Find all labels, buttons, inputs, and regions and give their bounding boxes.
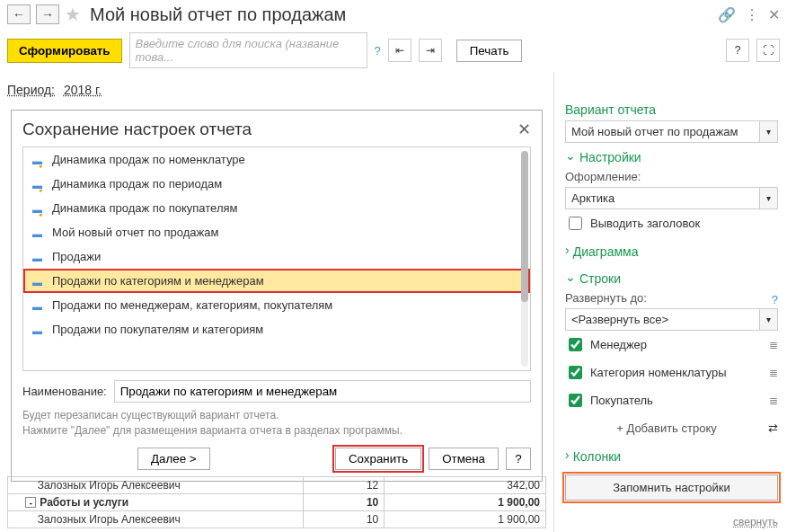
manager-checkbox[interactable]: Менеджер ≣	[565, 335, 778, 354]
nav-back-button[interactable]: ←	[7, 4, 31, 24]
fullscreen-button[interactable]: ⛶	[756, 39, 780, 62]
kebab-menu-icon[interactable]: ⋮	[745, 6, 759, 23]
design-combo-dropdown-icon[interactable]: ▾	[760, 187, 778, 209]
show-title-checkbox[interactable]: Выводить заголовок	[565, 214, 778, 233]
list-item-label: Динамика продаж по номенклатуре	[52, 153, 245, 166]
manager-settings-icon[interactable]: ≣	[769, 339, 778, 351]
save-settings-dialog: Сохранение настроек отчета ✕ Динамика пр…	[11, 110, 543, 482]
toolbar: Сформировать Введите слово для поиска (н…	[0, 29, 787, 72]
add-row-button[interactable]: + Добавить строку ⇄	[565, 421, 778, 435]
list-item-label: Мой новый отчет по продажам	[52, 226, 218, 239]
variant-list: Динамика продаж по номенклатуреДинамика …	[22, 146, 531, 371]
report-variant-icon	[32, 204, 45, 213]
help-button[interactable]: ?	[726, 39, 749, 62]
diagram-section-toggle[interactable]: Диаграмма	[565, 244, 778, 259]
expand-combo[interactable]: <Развернуть все>	[565, 308, 760, 331]
tree-toggle-icon[interactable]: -	[25, 497, 36, 508]
list-scrollbar[interactable]	[521, 151, 528, 367]
rows-section-toggle[interactable]: Строки	[565, 271, 778, 286]
search-input[interactable]: Введите слово для поиска (название това.…	[129, 32, 367, 68]
next-button[interactable]: Далее >	[137, 448, 210, 470]
table-row[interactable]: Залозных Игорь Алексеевич101 900,00	[8, 511, 546, 528]
list-item[interactable]: Динамика продаж по номенклатуре	[23, 147, 530, 172]
report-variant-icon	[32, 301, 45, 310]
table-row[interactable]: Залозных Игорь Алексеевич12342,00	[8, 477, 546, 494]
list-item-label: Продажи по категориям и менеджерам	[52, 274, 264, 288]
indent-increase-button[interactable]: ⇥	[419, 39, 442, 62]
list-item-label: Продажи	[52, 250, 101, 263]
list-item[interactable]: Продажи по покупателям и категориям	[23, 317, 530, 341]
main-area: Период: 2018 г. Сохранение настроек отче…	[0, 72, 553, 532]
generate-button[interactable]: Сформировать	[7, 39, 122, 63]
variant-combo-dropdown-icon[interactable]: ▾	[760, 120, 778, 143]
dialog-close-icon[interactable]: ✕	[517, 120, 531, 139]
list-item[interactable]: Продажи	[23, 244, 530, 269]
report-table: Залозных Игорь Алексеевич12342,00 -Работ…	[7, 476, 546, 528]
buyer-settings-icon[interactable]: ≣	[769, 395, 778, 407]
expand-label: Развернуть до:	[565, 291, 647, 305]
name-label: Наименование:	[22, 385, 107, 398]
design-label: Оформление:	[565, 170, 778, 183]
report-variant-icon	[32, 155, 45, 164]
list-item-label: Продажи по покупателям и категориям	[52, 323, 263, 336]
variant-section-label: Вариант отчета	[565, 102, 778, 117]
list-item[interactable]: Мой новый отчет по продажам	[23, 220, 530, 244]
list-item-label: Динамика продаж по покупателям	[52, 201, 237, 215]
name-input[interactable]	[114, 380, 531, 403]
link-icon[interactable]: 🔗	[718, 6, 736, 23]
expand-help-icon[interactable]: ?	[772, 293, 778, 306]
dialog-help-button[interactable]: ?	[506, 448, 531, 470]
list-item[interactable]: Динамика продаж по периодам	[23, 172, 530, 196]
remember-settings-button[interactable]: Запомнить настройки	[565, 474, 778, 501]
list-item-label: Динамика продаж по периодам	[52, 177, 222, 191]
variant-combo[interactable]: Мой новый отчет по продажам	[565, 120, 760, 143]
settings-panel: Вариант отчета Мой новый отчет по продаж…	[553, 72, 787, 532]
report-variant-icon	[32, 228, 45, 237]
close-window-icon[interactable]: ✕	[768, 6, 780, 23]
print-button[interactable]: Печать	[456, 40, 523, 62]
cancel-button[interactable]: Отмена	[429, 448, 499, 470]
list-item-label: Продажи по менеджерам, категориям, покуп…	[52, 298, 332, 312]
report-variant-icon	[32, 277, 45, 286]
category-checkbox[interactable]: Категория номенклатуры ≣	[565, 363, 778, 382]
settings-section-toggle[interactable]: Настройки	[565, 150, 778, 164]
favorite-star-icon[interactable]: ★	[65, 4, 81, 25]
list-item[interactable]: Продажи по менеджерам, категориям, покуп…	[23, 293, 530, 317]
columns-section-toggle[interactable]: Колонки	[565, 449, 778, 464]
title-bar: ← → ★ Мой новый отчет по продажам 🔗 ⋮ ✕	[0, 0, 787, 29]
period-field[interactable]: Период: 2018 г.	[7, 83, 546, 97]
report-variant-icon	[32, 325, 45, 334]
search-help-icon[interactable]: ?	[375, 44, 381, 58]
nav-forward-button[interactable]: →	[36, 4, 59, 24]
category-settings-icon[interactable]: ≣	[769, 367, 778, 379]
shuffle-icon[interactable]: ⇄	[768, 421, 778, 435]
collapse-panel-link[interactable]: свернуть	[733, 516, 778, 528]
list-item[interactable]: Динамика продаж по покупателям	[23, 196, 530, 220]
indent-decrease-button[interactable]: ⇤	[388, 39, 411, 62]
page-title: Мой новый отчет по продажам	[86, 4, 346, 25]
report-variant-icon	[32, 253, 45, 262]
list-item[interactable]: Продажи по категориям и менеджерам	[23, 269, 530, 293]
dialog-hint: Будет перезаписан существующий вариант о…	[22, 408, 531, 439]
expand-combo-dropdown-icon[interactable]: ▾	[760, 308, 778, 331]
table-row[interactable]: -Работы и услуги101 900,00	[8, 494, 546, 511]
design-combo[interactable]: Арктика	[565, 187, 760, 209]
save-button[interactable]: Сохранить	[335, 448, 421, 470]
dialog-title: Сохранение настроек отчета	[22, 120, 252, 139]
report-variant-icon	[32, 180, 45, 189]
buyer-checkbox[interactable]: Покупатель ≣	[565, 391, 778, 410]
